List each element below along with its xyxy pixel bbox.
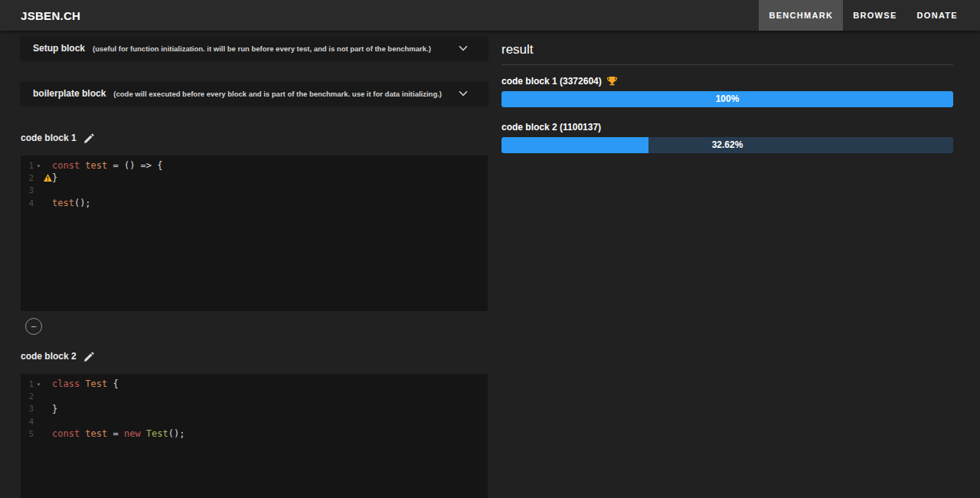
accordion-hint: (useful for function initialization. it … bbox=[93, 44, 431, 53]
result-list: code block 1 (3372604) 100% code block 2… bbox=[501, 76, 953, 153]
warning-icon bbox=[44, 174, 52, 182]
nav-item-donate[interactable]: DONATE bbox=[907, 0, 968, 31]
editor-line: 1 ▾ const test = () => { bbox=[21, 159, 488, 172]
editor-line: 5 const test = new Test(); bbox=[21, 428, 488, 440]
editor-gutter: 5 bbox=[21, 429, 52, 439]
code-block-title-row: code block 1 bbox=[21, 133, 488, 143]
fold-arrow-icon[interactable]: ▾ bbox=[34, 381, 43, 388]
code-block-title: code block 1 bbox=[21, 133, 77, 143]
remove-block-button[interactable]: − bbox=[25, 318, 42, 335]
editor-gutter: 3 bbox=[21, 404, 52, 414]
editor-gutter: 4 bbox=[21, 417, 52, 427]
trophy-icon bbox=[607, 77, 617, 87]
nav-item-label: BROWSE bbox=[853, 11, 897, 20]
editor-line: 4 test(); bbox=[21, 197, 488, 209]
chevron-down-icon[interactable] bbox=[459, 45, 468, 51]
accordion-header[interactable]: boilerplate block (code will executed be… bbox=[21, 82, 488, 105]
result-progress-bar: 100% bbox=[501, 91, 953, 107]
editor-gutter: 1 ▾ bbox=[21, 161, 52, 171]
code-block: code block 1 1 ▾ const test = () => { bbox=[21, 133, 488, 311]
nav-item-label: BENCHMARK bbox=[769, 11, 833, 20]
code-block: code block 2 1 ▾ class Test { 2 bbox=[21, 351, 488, 498]
result-heading: result bbox=[501, 42, 953, 65]
brand-logo[interactable]: JSBEN.CH bbox=[0, 9, 80, 22]
progress-percent-label: 100% bbox=[501, 91, 953, 107]
editor-line: 2 } bbox=[21, 172, 488, 184]
accordion-hint: (code will executed before every block a… bbox=[113, 90, 442, 98]
top-navbar: JSBEN.CH BENCHMARK BROWSE DONATE bbox=[0, 0, 980, 31]
code-editor[interactable]: 1 ▾ const test = () => { 2 bbox=[21, 156, 488, 311]
nav-item-label: DONATE bbox=[917, 11, 958, 20]
minus-icon: − bbox=[31, 322, 37, 332]
accordion-title: Setup block bbox=[33, 43, 85, 54]
result-item-label: code block 1 (3372604) bbox=[501, 76, 602, 87]
code-text: } bbox=[52, 172, 57, 183]
line-number: 2 bbox=[21, 173, 34, 183]
line-number: 3 bbox=[21, 404, 34, 414]
nav-menu: BENCHMARK BROWSE DONATE bbox=[759, 0, 968, 31]
editor-line: 2 bbox=[21, 390, 488, 402]
progress-percent-label: 32.62% bbox=[501, 137, 953, 153]
result-item: code block 1 (3372604) 100% bbox=[501, 76, 953, 107]
code-text: } bbox=[52, 404, 57, 414]
line-number: 4 bbox=[21, 198, 34, 208]
line-number: 3 bbox=[21, 185, 34, 195]
code-text: class Test { bbox=[52, 378, 119, 389]
accordion-header[interactable]: Setup block (useful for function initial… bbox=[21, 37, 488, 60]
nav-item-browse[interactable]: BROWSE bbox=[843, 0, 906, 31]
chevron-down-icon[interactable] bbox=[459, 90, 468, 97]
result-progress-bar: 32.62% bbox=[501, 137, 953, 153]
result-item-label: code block 2 (1100137) bbox=[501, 122, 601, 133]
code-block-title: code block 2 bbox=[21, 351, 77, 362]
line-number: 2 bbox=[21, 392, 34, 401]
code-editor[interactable]: 1 ▾ class Test { 2 bbox=[21, 374, 488, 498]
code-text: const test = new Test(); bbox=[52, 428, 185, 439]
accordion-title: boilerplate block bbox=[33, 88, 106, 99]
editor-line: 4 bbox=[21, 415, 488, 428]
result-column: result code block 1 (3372604) 100% code … bbox=[501, 31, 953, 498]
code-block-title-row: code block 2 bbox=[21, 351, 488, 362]
line-number: 5 bbox=[21, 429, 34, 439]
benchmark-column: Setup block (useful for function initial… bbox=[21, 31, 488, 498]
line-number: 1 bbox=[21, 161, 34, 171]
edit-pencil-icon[interactable] bbox=[84, 133, 94, 143]
code-text: test(); bbox=[52, 198, 91, 208]
edit-pencil-icon[interactable] bbox=[84, 352, 94, 362]
editor-gutter: 3 bbox=[21, 185, 52, 195]
editor-gutter: 1 ▾ bbox=[21, 379, 52, 389]
editor-gutter: 2 bbox=[21, 173, 52, 183]
fold-arrow-icon[interactable]: ▾ bbox=[34, 162, 43, 169]
line-number: 1 bbox=[21, 379, 34, 389]
code-text: const test = () => { bbox=[52, 160, 163, 171]
editor-line: 1 ▾ class Test { bbox=[21, 378, 488, 390]
result-item: code block 2 (1100137) 32.62% bbox=[501, 122, 953, 153]
main-content: Setup block (useful for function initial… bbox=[0, 31, 980, 498]
editor-line: 3 bbox=[21, 185, 488, 197]
editor-line: 3 } bbox=[21, 403, 488, 415]
nav-item-benchmark[interactable]: BENCHMARK bbox=[759, 0, 843, 31]
editor-gutter: 2 bbox=[21, 392, 52, 401]
line-number: 4 bbox=[21, 417, 34, 427]
editor-gutter: 4 bbox=[21, 198, 52, 208]
